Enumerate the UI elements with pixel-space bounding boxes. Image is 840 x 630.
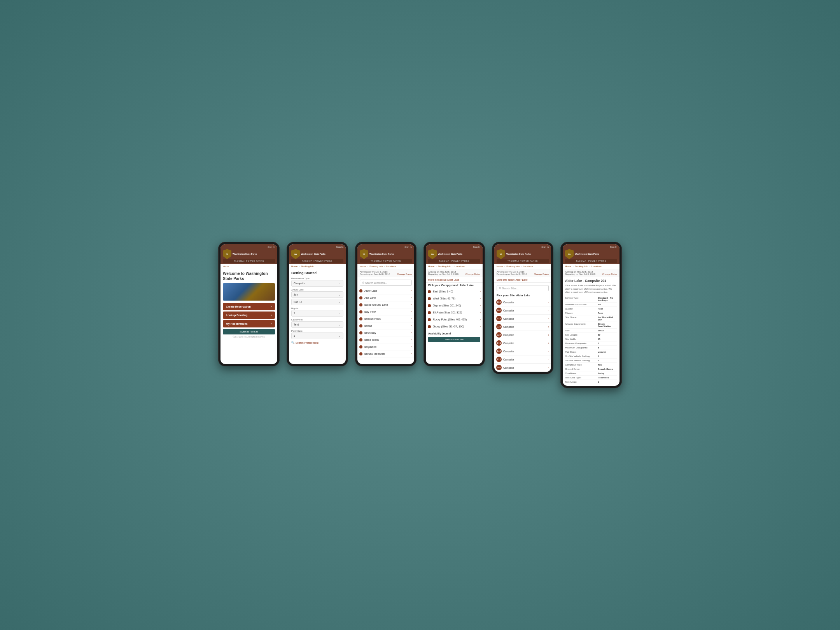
site-260[interactable]: 260 Campsite › <box>494 306 551 315</box>
list-item[interactable]: Bay View › <box>357 308 414 315</box>
my-reservations-btn[interactable]: My Reservations › <box>223 320 275 327</box>
sign-in-bar-2[interactable]: Sign In <box>291 246 343 248</box>
sign-in-bar-3[interactable]: Sign In <box>360 246 412 248</box>
change-dates-5[interactable]: Change Dates <box>534 273 549 275</box>
nights-select[interactable]: 1 ⌄ <box>291 310 343 317</box>
header-top-2: Washington State Parks <box>291 249 343 259</box>
party-size-row: Party Size: 1 ⌄ <box>291 330 343 339</box>
switch-full-site-4[interactable]: Switch to Full Site <box>428 337 480 342</box>
logo-area-4: Washington State Parks <box>428 249 462 259</box>
detail-row-length: Site Length: 30 <box>565 333 617 337</box>
change-dates-4[interactable]: Change Dates <box>466 273 480 275</box>
section-elkplain[interactable]: ElkPlain (Sites 301-325) › <box>426 309 483 316</box>
breadcrumb-locations-5[interactable]: Locations <box>523 265 533 268</box>
sign-in-bar-1[interactable]: Sign In <box>223 246 275 248</box>
list-item[interactable]: Belfair › <box>357 322 414 329</box>
detail-row-onsite: On-Site Vehicle Parking: 1 <box>565 354 617 359</box>
form-title-2: Getting Started <box>291 271 343 275</box>
list-item[interactable]: Battle Ground Lake › <box>357 301 414 308</box>
site-201[interactable]: 201 Campsite › <box>494 298 551 306</box>
section-osprey[interactable]: Osprey (Sites 201-245) › <box>426 302 483 309</box>
more-info-link-5[interactable]: More info about: Alder Lake <box>494 277 551 283</box>
section-rocky-point[interactable]: Rocky Point (Sites 401-425) › <box>426 316 483 323</box>
breadcrumb-locations-4[interactable]: Locations <box>455 265 465 268</box>
breadcrumb-booking-2[interactable]: Booking Info <box>301 265 314 268</box>
sites-list: 201 Campsite › 260 Campsite › <box>494 298 551 372</box>
list-item[interactable]: Birch Bay › <box>357 329 414 336</box>
breadcrumb-booking-5[interactable]: Booking Info <box>506 265 519 268</box>
change-dates-3[interactable]: Change Dates <box>397 273 412 275</box>
phone-3-screen: Sign In Washington State Parks TACOMA | … <box>357 244 414 364</box>
list-item[interactable]: Alder Lake › <box>357 287 414 294</box>
breadcrumb-home-5[interactable]: Home <box>497 265 503 268</box>
section-east[interactable]: East (Sites 1-40) › <box>426 288 483 295</box>
reservation-type-select[interactable]: Campsite ⌄ <box>291 280 343 287</box>
search-sites-input[interactable]: ⊙ Search Sites... <box>497 285 549 291</box>
header-top-4: Washington State Parks <box>428 249 480 259</box>
phone-3: Sign In Washington State Parks TACOMA | … <box>355 242 416 366</box>
party-size-select[interactable]: 1 ⌄ <box>291 332 343 339</box>
list-item[interactable]: Blake Island › <box>357 336 414 343</box>
locations-list: Alder Lake › Alta Lake › Battle Ground L… <box>357 287 414 357</box>
chevron-down-icon-6: ⌄ <box>338 334 341 338</box>
section-west[interactable]: West (Sites 41-79) › <box>426 295 483 302</box>
lookup-booking-arrow: › <box>271 313 272 317</box>
switch-full-site-1[interactable]: Switch to Full Site <box>223 329 275 334</box>
site-211[interactable]: 211 Campsite › <box>494 355 551 364</box>
arrival-day-select[interactable]: Sun 17 ⌄ <box>291 299 343 305</box>
arrival-day-value: Sun 17 <box>294 301 302 303</box>
equipment-select[interactable]: Tent ⌄ <box>291 321 343 328</box>
breadcrumb-booking-4[interactable]: Booking Info <box>438 265 451 268</box>
sub-header-4: TACOMA | POWER PARKS <box>428 259 480 263</box>
more-info-link-4[interactable]: More info about: Alder Lake <box>426 277 483 283</box>
breadcrumb-locations-3[interactable]: Locations <box>386 265 396 268</box>
detail-row-privacy: Privacy: Poor <box>565 311 617 315</box>
logo-text-3: Washington State Parks <box>369 253 394 256</box>
site-227[interactable]: 227 Campsite › <box>494 331 551 339</box>
sub-header-1: TACOMA | POWER PARKS <box>223 259 275 263</box>
list-item[interactable]: Bogachiel › <box>357 343 414 350</box>
site-243[interactable]: 243 Campsite › <box>494 347 551 355</box>
availability-legend-btn[interactable]: Availability Legend <box>428 332 480 335</box>
phone-5-wrapper: Sign In Washington State Parks TACOMA | … <box>492 242 553 374</box>
search-preferences-link[interactable]: 🔍 Search Preferences: <box>291 341 343 344</box>
breadcrumb-home-2[interactable]: Home <box>291 265 298 268</box>
section-group[interactable]: Group (Sites G1-G7, 100) › <box>426 323 483 330</box>
breadcrumb-home-4[interactable]: Home <box>428 265 434 268</box>
list-item[interactable]: Brooks Memorial › <box>357 350 414 357</box>
site-202[interactable]: 202 Campsite › <box>494 364 551 372</box>
site-213[interactable]: 213 Campsite › <box>494 315 551 323</box>
sign-in-bar-6[interactable]: Sign In <box>565 246 617 248</box>
equipment-value: Tent <box>294 323 299 326</box>
breadcrumb-booking-6[interactable]: Booking Info <box>575 265 588 268</box>
breadcrumb-home-3[interactable]: Home <box>360 265 366 268</box>
sign-in-bar-5[interactable]: Sign In <box>497 246 549 248</box>
search-locations-input[interactable]: ⊙ Search Locations... <box>360 280 412 286</box>
phone-5-screen: Sign In Washington State Parks TACOMA | … <box>494 244 551 372</box>
screen-4-header: Sign In Washington State Parks TACOMA | … <box>426 244 483 264</box>
list-item[interactable]: Beacon Rock › <box>357 315 414 322</box>
change-dates-6[interactable]: Change Dates <box>602 273 617 275</box>
create-reservation-btn[interactable]: Create Reservation › <box>223 303 275 310</box>
breadcrumb-home-6[interactable]: Home <box>565 265 571 268</box>
site-223[interactable]: 223 Campsite › <box>494 323 551 331</box>
logo-shield-3 <box>360 249 368 259</box>
breadcrumb-locations-6[interactable]: Locations <box>592 265 602 268</box>
list-item[interactable]: Alta Lake › <box>357 294 414 301</box>
logo-shield-1 <box>223 249 231 259</box>
detail-row-tent-type: Tent Area Type: Restricted <box>565 376 617 380</box>
lookup-booking-btn[interactable]: Lookup Booking › <box>223 312 275 319</box>
breadcrumb-booking-3[interactable]: Booking Info <box>369 265 382 268</box>
logo-area-5: Washington State Parks <box>497 249 531 259</box>
arrival-month-select[interactable]: Jun ⌄ <box>291 291 343 298</box>
location-name: Alder Lake <box>364 289 377 292</box>
logo-area-3: Washington State Parks <box>360 249 394 259</box>
screen-3-header: Sign In Washington State Parks TACOMA | … <box>357 244 414 264</box>
breadcrumb-home-1[interactable]: Home <box>223 265 229 268</box>
logo-shield-2 <box>291 249 300 259</box>
sign-in-bar-4[interactable]: Sign In <box>428 246 480 248</box>
site-241[interactable]: 241 Campsite › <box>494 339 551 347</box>
arriving-bar-5: Arriving on Thu Jul 5, 2018 Departing on… <box>494 269 551 277</box>
detail-row-shade: Site Shade: No Shade/Full Sun <box>565 315 617 322</box>
header-top-3: Washington State Parks <box>360 249 412 259</box>
